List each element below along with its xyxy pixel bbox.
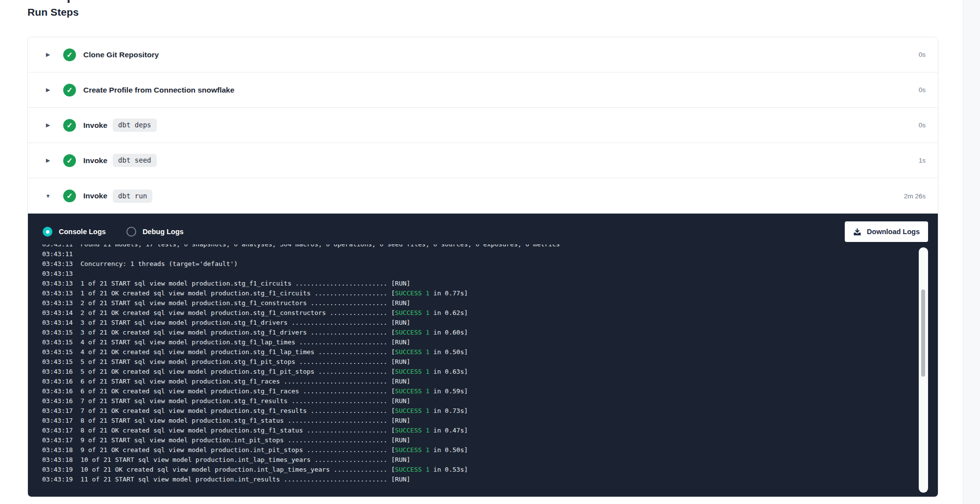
step-duration: 0s — [919, 51, 926, 58]
log-line: 03:43:13 1 of 21 OK created sql view mod… — [42, 288, 915, 298]
log-line: 03:43:11 Found 21 models, 17 tests, 0 sn… — [42, 244, 915, 249]
log-line: 03:43:16 6 of 21 START sql view model pr… — [42, 377, 915, 386]
run-steps-page: Run Steps ▶✓Clone Git Repository0s▶✓Crea… — [0, 0, 980, 504]
run-step-row[interactable]: ▶✓Invokedbt seed1s — [28, 143, 938, 178]
log-line: 03:43:14 3 of 21 START sql view model pr… — [42, 318, 915, 328]
console-logs-radio-icon — [43, 227, 52, 237]
download-icon — [853, 228, 861, 236]
log-line: 03:43:13 2 of 21 START sql view model pr… — [42, 298, 915, 308]
log-success-status: SUCCESS 1 — [395, 309, 429, 316]
debug-logs-radio[interactable]: Debug Logs — [126, 227, 184, 237]
log-success-status: SUCCESS 1 — [395, 329, 429, 336]
log-line: 03:43:19 10 of 21 OK created sql view mo… — [42, 465, 915, 475]
log-line: 03:43:18 9 of 21 OK created sql view mod… — [42, 445, 915, 455]
log-line: 03:43:13 1 of 21 START sql view model pr… — [42, 279, 915, 288]
log-success-status: SUCCESS 1 — [395, 466, 429, 473]
chevron-right-icon[interactable]: ▶ — [44, 87, 52, 93]
run-step-row[interactable]: ▼✓Invokedbt run2m 26s — [28, 178, 938, 214]
log-line: 03:43:15 3 of 21 OK created sql view mod… — [42, 328, 915, 337]
step-label: Invoke — [83, 192, 107, 200]
success-check-icon: ✓ — [63, 119, 76, 132]
log-line: 03:43:17 9 of 21 START sql view model pr… — [42, 435, 915, 445]
chevron-right-icon[interactable]: ▶ — [44, 157, 52, 164]
log-line: 03:43:15 5 of 21 START sql view model pr… — [42, 357, 915, 367]
download-logs-label: Download Logs — [867, 228, 920, 236]
log-line: 03:43:16 6 of 21 OK created sql view mod… — [42, 386, 915, 396]
step-label: Invoke — [83, 121, 107, 130]
log-type-radio-group: Console LogsDebug Logs — [43, 227, 204, 237]
download-logs-button[interactable]: Download Logs — [845, 221, 928, 242]
chevron-right-icon[interactable]: ▶ — [44, 122, 52, 128]
log-panel: Console LogsDebug Logs Download Logs 03:… — [28, 214, 938, 497]
log-scrollbar-thumb[interactable] — [921, 289, 925, 377]
log-line: 03:43:11 — [42, 249, 915, 259]
log-line: 03:43:16 7 of 21 START sql view model pr… — [42, 396, 915, 406]
success-check-icon: ✓ — [63, 48, 76, 61]
step-duration: 0s — [919, 121, 926, 129]
step-label: Create Profile from Connection snowflake — [83, 86, 234, 95]
step-duration: 1s — [919, 157, 926, 164]
run-step-row[interactable]: ▶✓Clone Git Repository0s — [28, 37, 938, 72]
log-line: 03:43:15 4 of 21 OK created sql view mod… — [42, 347, 915, 357]
log-success-status: SUCCESS 1 — [395, 446, 429, 454]
log-content: 03:43:11 Found 21 models, 17 tests, 0 sn… — [42, 244, 915, 484]
log-success-status: SUCCESS 1 — [395, 368, 429, 375]
step-duration: 0s — [919, 86, 926, 94]
run-steps-list: ▶✓Clone Git Repository0s▶✓Create Profile… — [28, 37, 938, 214]
success-check-icon: ✓ — [63, 190, 76, 202]
run-steps-card: ▶✓Clone Git Repository0s▶✓Create Profile… — [27, 37, 938, 497]
log-line: 03:43:17 7 of 21 OK created sql view mod… — [42, 406, 915, 416]
log-line: 03:43:17 8 of 21 OK created sql view mod… — [42, 426, 915, 435]
step-label: Invoke — [83, 156, 107, 165]
chevron-down-icon[interactable]: ▼ — [44, 193, 52, 199]
console-log-output[interactable]: 03:43:11 Found 21 models, 17 tests, 0 sn… — [42, 244, 915, 494]
log-success-status: SUCCESS 1 — [395, 348, 429, 356]
log-line: 03:43:15 4 of 21 START sql view model pr… — [42, 337, 915, 347]
debug-logs-radio-label: Debug Logs — [143, 228, 184, 236]
step-command-badge: dbt run — [113, 190, 152, 203]
log-scrollbar-track[interactable] — [919, 247, 928, 493]
log-success-status: SUCCESS 1 — [395, 407, 429, 414]
run-step-row[interactable]: ▶✓Invokedbt deps0s — [28, 108, 938, 143]
log-success-status: SUCCESS 1 — [395, 387, 429, 395]
log-line: 03:43:18 10 of 21 START sql view model p… — [42, 455, 915, 465]
step-label: Clone Git Repository — [83, 50, 159, 59]
log-success-status: SUCCESS 1 — [395, 427, 429, 434]
log-success-status: SUCCESS 1 — [395, 289, 429, 297]
log-line: 03:43:13 — [42, 269, 915, 279]
log-line: 03:43:19 11 of 21 START sql view model p… — [42, 475, 915, 484]
clipped-text-artifact — [68, 0, 70, 3]
step-duration: 2m 26s — [904, 192, 926, 200]
console-logs-radio[interactable]: Console Logs — [43, 227, 106, 237]
success-check-icon: ✓ — [63, 84, 76, 96]
log-line: 03:43:13 Concurrency: 1 threads (target=… — [42, 259, 915, 269]
log-line: 03:43:16 5 of 21 OK created sql view mod… — [42, 367, 915, 377]
log-toolbar: Console LogsDebug Logs Download Logs — [43, 221, 928, 242]
page-title: Run Steps — [27, 6, 79, 18]
chevron-right-icon[interactable]: ▶ — [44, 51, 52, 58]
step-command-badge: dbt seed — [113, 154, 156, 167]
log-line: 03:43:14 2 of 21 OK created sql view mod… — [42, 308, 915, 318]
console-logs-radio-label: Console Logs — [59, 228, 106, 236]
run-step-row[interactable]: ▶✓Create Profile from Connection snowfla… — [28, 72, 938, 108]
log-line: 03:43:17 8 of 21 START sql view model pr… — [42, 416, 915, 426]
step-command-badge: dbt deps — [113, 119, 156, 132]
page-gutter — [963, 0, 980, 504]
debug-logs-radio-icon — [126, 227, 136, 237]
success-check-icon: ✓ — [63, 154, 76, 167]
